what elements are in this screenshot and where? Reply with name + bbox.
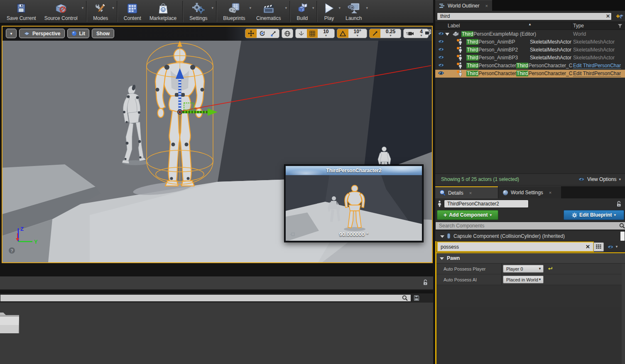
close-tab-icon[interactable]: ×: [549, 190, 551, 195]
sort-ascending-icon[interactable]: ▲: [528, 22, 532, 26]
column-header-type[interactable]: Type: [573, 23, 584, 29]
outliner-list-icon: [439, 3, 445, 8]
rotate-tool-button[interactable]: [257, 29, 268, 38]
close-tab-icon[interactable]: ×: [485, 3, 488, 8]
launch-icon: [347, 2, 360, 15]
viewport-options-button[interactable]: ▾: [6, 29, 17, 38]
table-row-actor[interactable]: ThirdPerson_AnimBP3 SkeletalMeshActor Sk…: [435, 54, 625, 62]
actor-preview-window[interactable]: ThirdPersonCharacter2: [284, 164, 424, 242]
maximize-viewport-button[interactable]: [424, 29, 431, 35]
folder-icon[interactable]: [0, 309, 25, 335]
type-filter-icon[interactable]: [618, 24, 623, 28]
blueprints-caret-icon[interactable]: ▾: [250, 6, 252, 10]
actor-name-field[interactable]: [444, 200, 529, 208]
play-button[interactable]: Play: [319, 0, 338, 23]
marketplace-button[interactable]: Marketplace: [145, 0, 181, 23]
table-row-actor[interactable]: ThirdPerson_AnimBP SkeletalMeshActor Ske…: [435, 38, 625, 46]
table-row-character-selected[interactable]: ThirdPersonCharacterThirdPersonCharacter…: [435, 70, 625, 78]
table-row-character[interactable]: ThirdPersonCharacterThirdPersonCharacter…: [435, 62, 625, 70]
add-actor-icon[interactable]: [616, 13, 623, 20]
visibility-eye-icon[interactable]: [438, 47, 444, 51]
add-component-button[interactable]: + Add Component ▾: [437, 210, 498, 220]
modes-button[interactable]: Modes: [89, 0, 112, 23]
auto-possess-ai-dropdown[interactable]: Placed in World▼: [503, 276, 544, 283]
property-row-auto-possess-ai: Auto Possess AI Placed in World▼: [436, 274, 625, 285]
tab-world-settings[interactable]: World Settings ×: [498, 186, 561, 198]
modes-caret-icon[interactable]: ▾: [112, 6, 114, 10]
display-filter-eye-button[interactable]: ▼: [607, 245, 618, 249]
save-current-button[interactable]: Save Current: [2, 0, 40, 23]
rotation-snap-value-dropdown[interactable]: 10°▼: [348, 29, 367, 38]
perspective-button[interactable]: Perspective: [19, 29, 65, 38]
view-options-button[interactable]: View Options ▾: [578, 176, 621, 182]
save-all-icon[interactable]: [414, 295, 419, 301]
toolbar-separator: [86, 1, 87, 22]
cinematics-button[interactable]: Cinematics: [252, 0, 285, 23]
play-caret-icon[interactable]: ▾: [338, 6, 341, 10]
lit-mode-button[interactable]: Lit: [67, 29, 89, 38]
settings-caret-icon[interactable]: ▾: [212, 6, 214, 10]
reset-to-default-icon[interactable]: [548, 266, 553, 271]
source-control-caret-icon[interactable]: ▾: [82, 6, 84, 10]
blueprints-icon: [228, 2, 240, 15]
section-header-pawn[interactable]: Pawn: [436, 253, 625, 264]
column-header-label[interactable]: Label: [448, 23, 460, 29]
details-filtered-area: ✕ ▼ Pawn Auto Possess Player: [435, 241, 625, 364]
lock-details-icon[interactable]: [616, 200, 622, 207]
pin-preview-icon[interactable]: [290, 232, 296, 237]
edit-blueprint-link[interactable]: Edit ThirdPersonChar: [573, 71, 621, 77]
visibility-eye-icon[interactable]: [438, 63, 444, 67]
visibility-eye-icon[interactable]: [438, 55, 444, 59]
grid-snap-value-dropdown[interactable]: 10▼: [318, 29, 334, 38]
visibility-eye-icon[interactable]: [438, 39, 444, 44]
grid-snap-toggle[interactable]: [307, 29, 318, 38]
build-button[interactable]: Build: [292, 0, 312, 23]
build-caret-icon[interactable]: ▾: [312, 6, 314, 10]
clear-search-icon[interactable]: ✕: [606, 13, 613, 19]
edit-blueprint-link[interactable]: Edit ThirdPersonChar: [573, 63, 621, 69]
outliner-column-headers[interactable]: Label ▲ Type: [435, 22, 625, 30]
content-button[interactable]: Content: [120, 0, 145, 23]
table-row-map[interactable]: ThirdPersonExampleMap (Editor) World: [435, 30, 625, 38]
rotation-snap-toggle[interactable]: [337, 29, 348, 38]
settings-button[interactable]: Settings: [185, 0, 211, 23]
marketplace-icon: [158, 2, 169, 15]
close-tab-icon[interactable]: ×: [469, 191, 472, 195]
visibility-eye-icon[interactable]: [438, 32, 444, 36]
scale-snap-value-dropdown[interactable]: 0.25▼: [380, 29, 401, 38]
lock-content-browser-icon[interactable]: [422, 279, 428, 286]
component-tree-row-capsule[interactable]: Capsule Component (CollisionCylinder) (I…: [435, 230, 625, 241]
world-local-toggle[interactable]: [282, 29, 293, 38]
search-components-input[interactable]: [435, 222, 625, 230]
clear-filter-icon[interactable]: ✕: [586, 244, 590, 250]
content-browser-assets[interactable]: rdPersonBP: [0, 303, 433, 364]
expand-arrow-icon[interactable]: [440, 235, 444, 238]
source-control-button[interactable]: Source Control: [40, 0, 82, 23]
visibility-eye-icon[interactable]: [438, 71, 444, 75]
scale-snap-toggle[interactable]: [370, 29, 380, 38]
spawnable-dot-icon: [457, 63, 459, 65]
scale-tool-button[interactable]: [268, 29, 279, 38]
details-scrollbar[interactable]: [622, 264, 625, 364]
tab-world-outliner[interactable]: World Outliner ×: [435, 0, 492, 11]
launch-button[interactable]: Launch: [341, 0, 366, 23]
edit-blueprint-button[interactable]: Edit Blueprint ▾: [564, 210, 624, 220]
blueprints-button[interactable]: Blueprints: [219, 0, 249, 23]
auto-possess-player-dropdown[interactable]: Player 0▼: [503, 265, 544, 273]
cinematics-caret-icon[interactable]: ▾: [285, 6, 287, 10]
show-button[interactable]: Show: [92, 29, 114, 38]
tab-details[interactable]: i Details ×: [435, 186, 498, 198]
move-tool-button[interactable]: [245, 29, 257, 38]
transform-tools-group: [245, 29, 279, 38]
content-browser-search-input[interactable]: [0, 294, 411, 302]
expand-arrow-icon[interactable]: [445, 33, 449, 36]
table-row-actor[interactable]: ThirdPerson_AnimBP2 SkeletalMeshActor Sk…: [435, 46, 625, 54]
property-matrix-button[interactable]: [593, 242, 604, 252]
details-filter-input[interactable]: [437, 242, 594, 252]
outliner-search-input[interactable]: [437, 12, 612, 20]
3d-viewport[interactable]: ▾ Perspective Lit Show: [2, 26, 433, 263]
launch-caret-icon[interactable]: ▾: [366, 6, 368, 10]
surface-snap-button[interactable]: [296, 29, 307, 38]
viewport-help-button[interactable]: ?: [8, 247, 15, 254]
components-scrollbar[interactable]: [620, 232, 625, 241]
